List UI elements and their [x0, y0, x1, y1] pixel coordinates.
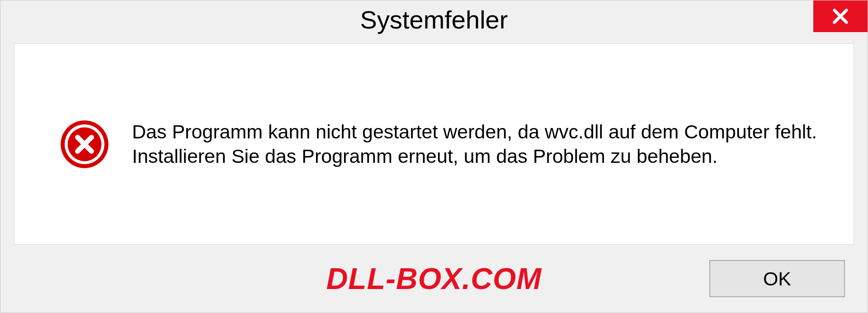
- dialog-title: Systemfehler: [360, 5, 508, 34]
- ok-button[interactable]: OK: [709, 260, 845, 297]
- footer: DLL-BOX.COM OK: [0, 245, 868, 313]
- content-area: Das Programm kann nicht gestartet werden…: [14, 43, 854, 245]
- close-icon: [831, 7, 849, 25]
- watermark-text: DLL-BOX.COM: [326, 261, 542, 296]
- error-dialog: Systemfehler Das Programm kann nicht ges…: [0, 0, 868, 313]
- error-message: Das Programm kann nicht gestartet werden…: [132, 120, 826, 169]
- error-icon: [60, 119, 109, 169]
- titlebar: Systemfehler: [0, 0, 868, 43]
- close-button[interactable]: [813, 0, 868, 32]
